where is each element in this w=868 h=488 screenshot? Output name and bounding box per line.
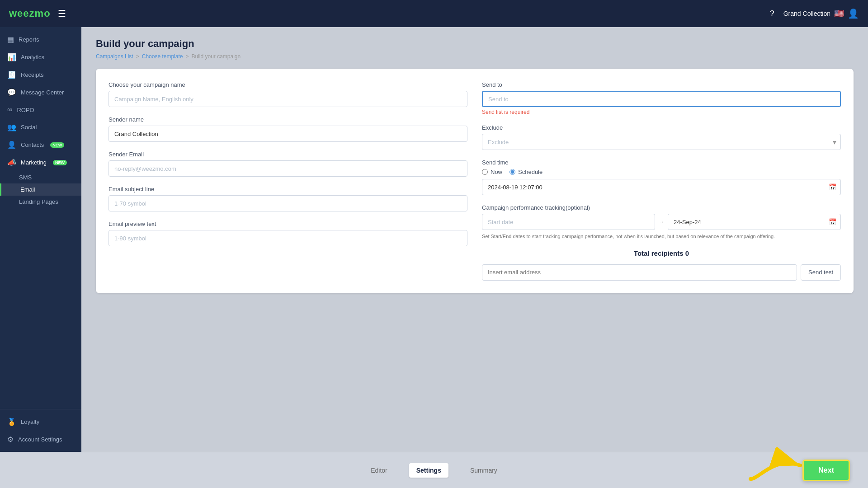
sidebar-label-reports: Reports xyxy=(19,36,39,43)
sidebar-item-loyalty[interactable]: 🏅 Loyalty xyxy=(0,413,81,431)
send-time-group: Send time Now Schedule 📅 xyxy=(482,159,841,195)
exclude-select[interactable]: Exclude xyxy=(482,134,841,150)
preview-text-input[interactable] xyxy=(108,230,467,246)
sender-email-input[interactable] xyxy=(108,160,467,177)
sidebar-item-ropo[interactable]: ∞ ROPO xyxy=(0,101,81,118)
campaign-name-group: Choose your campaign name xyxy=(108,81,467,107)
bottom-bar: Editor Settings Summary Next xyxy=(0,452,868,488)
send-to-input[interactable] xyxy=(482,91,841,107)
sidebar-label-social: Social xyxy=(21,124,37,131)
preview-text-label: Email preview text xyxy=(108,221,467,227)
ropo-icon: ∞ xyxy=(7,106,12,114)
sidebar-item-contacts[interactable]: 👤 Contacts NEW xyxy=(0,136,81,154)
sidebar-bottom: 🏅 Loyalty ⚙ Account Settings xyxy=(0,409,81,448)
breadcrumb-choose-template[interactable]: Choose template xyxy=(142,53,183,60)
exclude-label: Exclude xyxy=(482,124,841,131)
radio-now[interactable] xyxy=(482,169,488,175)
send-test-email-input[interactable] xyxy=(482,264,797,281)
sender-name-label: Sender name xyxy=(108,116,467,123)
exclude-group: Exclude Exclude ▾ xyxy=(482,124,841,150)
tab-summary[interactable]: Summary xyxy=(463,463,505,478)
sidebar-label-account-settings: Account Settings xyxy=(18,436,62,443)
top-nav: weezmo ☰ ? Grand Collection 🇺🇸 👤 xyxy=(0,0,868,27)
date-separator: → xyxy=(659,219,664,225)
sidebar-sub-sms[interactable]: SMS xyxy=(0,171,81,183)
social-icon: 👥 xyxy=(7,123,16,131)
right-column: Send to Send list is required Exclude Ex… xyxy=(482,81,841,281)
breadcrumb: Campaigns List > Choose template > Build… xyxy=(96,53,854,60)
total-recipients-label: Total recipients xyxy=(634,249,684,257)
loyalty-icon: 🏅 xyxy=(7,418,16,426)
send-to-label: Send to xyxy=(482,81,841,88)
sidebar-item-social[interactable]: 👥 Social xyxy=(0,118,81,136)
breadcrumb-sep-1: > xyxy=(136,53,139,60)
subject-line-label: Email subject line xyxy=(108,186,467,192)
account-settings-icon: ⚙ xyxy=(7,435,14,444)
tracking-end-input[interactable] xyxy=(668,214,841,230)
scheduled-date-input[interactable] xyxy=(482,179,841,195)
next-button[interactable]: Next xyxy=(802,460,850,481)
sidebar-label-receipts: Receipts xyxy=(21,71,44,78)
sidebar-label-contacts: Contacts xyxy=(21,141,44,148)
tab-settings[interactable]: Settings xyxy=(409,463,448,478)
marketing-icon: 📣 xyxy=(7,158,16,167)
user-icon: 👤 xyxy=(848,8,859,19)
campaign-card: Choose your campaign name Sender name Se… xyxy=(96,69,854,293)
radio-group: Now Schedule xyxy=(482,169,841,175)
help-icon[interactable]: ? xyxy=(770,9,774,19)
campaign-name-label: Choose your campaign name xyxy=(108,81,467,88)
subject-line-input[interactable] xyxy=(108,195,467,211)
sender-email-group: Sender Email xyxy=(108,151,467,177)
sidebar-label-analytics: Analytics xyxy=(21,54,44,61)
radio-now-label[interactable]: Now xyxy=(482,169,502,175)
breadcrumb-campaigns-list[interactable]: Campaigns List xyxy=(96,53,133,60)
sidebar-label-marketing: Marketing xyxy=(21,159,47,166)
send-test-button[interactable]: Send test xyxy=(801,264,841,281)
sidebar-item-receipts[interactable]: 🧾 Receipts xyxy=(0,66,81,84)
send-to-group: Send to Send list is required xyxy=(482,81,841,115)
send-test-row: Send test xyxy=(482,264,841,281)
radio-now-text: Now xyxy=(491,169,502,175)
total-recipients-count: 0 xyxy=(685,249,689,257)
hamburger-icon[interactable]: ☰ xyxy=(58,8,66,19)
sidebar-label-ropo: ROPO xyxy=(17,107,34,113)
radio-schedule[interactable] xyxy=(509,169,515,175)
left-column: Choose your campaign name Sender name Se… xyxy=(108,81,467,281)
nav-right: ? Grand Collection 🇺🇸 👤 xyxy=(770,8,859,19)
contacts-icon: 👤 xyxy=(7,141,16,149)
breadcrumb-sep-2: > xyxy=(185,53,189,60)
tracking-label: Campaign performance tracking(optional) xyxy=(482,204,841,211)
sidebar-label-message-center: Message Center xyxy=(21,89,64,96)
sender-email-label: Sender Email xyxy=(108,151,467,158)
tracking-group: Campaign performance tracking(optional) … xyxy=(482,204,841,240)
flag-icon: 🇺🇸 xyxy=(834,9,844,19)
sidebar-item-message-center[interactable]: 💬 Message Center xyxy=(0,84,81,101)
sidebar-label-loyalty: Loyalty xyxy=(21,418,39,425)
date-range-row: → 📅 xyxy=(482,214,841,230)
message-center-icon: 💬 xyxy=(7,88,16,97)
sidebar-item-marketing[interactable]: 📣 Marketing NEW xyxy=(0,154,81,171)
main-layout: ▦ Reports 📊 Analytics 🧾 Receipts 💬 Messa… xyxy=(0,27,868,452)
sidebar-item-reports[interactable]: ▦ Reports xyxy=(0,31,81,48)
send-to-input-wrap xyxy=(482,91,841,107)
tracking-description: Set Start/End dates to start tracking ca… xyxy=(482,233,841,240)
logo: weezmo xyxy=(9,8,51,19)
total-recipients: Total recipients 0 xyxy=(482,249,841,257)
nav-org[interactable]: Grand Collection 🇺🇸 👤 xyxy=(783,8,859,19)
radio-schedule-text: Schedule xyxy=(518,169,542,175)
receipts-icon: 🧾 xyxy=(7,70,16,79)
campaign-name-input[interactable] xyxy=(108,91,467,107)
tab-editor[interactable]: Editor xyxy=(363,463,395,478)
org-name: Grand Collection xyxy=(783,10,830,17)
sidebar-item-analytics[interactable]: 📊 Analytics xyxy=(0,48,81,66)
radio-schedule-label[interactable]: Schedule xyxy=(509,169,542,175)
sidebar-sub-email[interactable]: Email xyxy=(0,183,81,196)
tracking-start-input[interactable] xyxy=(482,214,655,230)
sidebar: ▦ Reports 📊 Analytics 🧾 Receipts 💬 Messa… xyxy=(0,27,81,452)
sender-name-input[interactable] xyxy=(108,126,467,142)
sidebar-sub-landing-pages[interactable]: Landing Pages xyxy=(0,196,81,208)
contacts-badge: NEW xyxy=(50,142,64,148)
send-to-error: Send list is required xyxy=(482,109,841,115)
marketing-badge: NEW xyxy=(53,160,67,165)
sidebar-item-account-settings[interactable]: ⚙ Account Settings xyxy=(0,431,81,448)
